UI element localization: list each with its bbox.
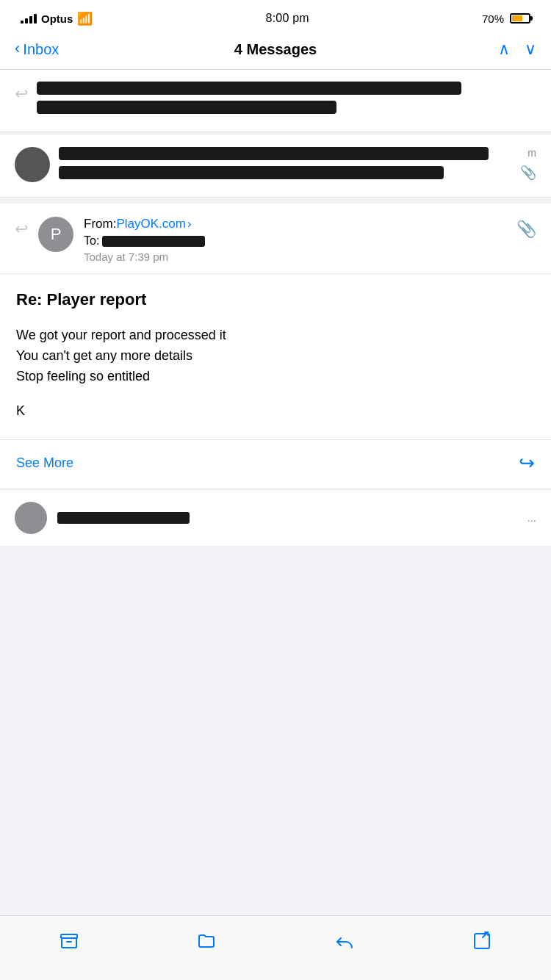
reply-toolbar-button[interactable]: [323, 931, 367, 951]
battery-icon: [510, 13, 530, 24]
sender-details-chevron[interactable]: ›: [187, 217, 192, 231]
bottom-avatar: [15, 502, 47, 534]
body-line-3: Stop feeling so entitled: [16, 367, 535, 387]
redacted-email-content: [37, 82, 536, 120]
to-label: To:: [84, 234, 99, 248]
bottom-toolbar: [0, 915, 551, 980]
folder-button[interactable]: [184, 931, 228, 951]
redacted-sender: [37, 82, 461, 95]
email-header-content: From: PlayOK.com › To: Today at 7:39 pm: [84, 217, 506, 263]
back-button[interactable]: ‹ Inbox: [15, 41, 88, 58]
email-time-redacted: m: [527, 147, 536, 159]
back-label: Inbox: [23, 41, 59, 58]
compose-button[interactable]: [460, 931, 504, 951]
redacted-subject: [37, 101, 336, 114]
attachment-icon: 📎: [516, 220, 536, 239]
folder-icon: [196, 931, 217, 951]
carrier-label: Optus: [41, 12, 73, 25]
status-left: Optus 📶: [21, 11, 93, 26]
bottom-time: ...: [527, 511, 536, 524]
body-line-2: You can't get any more details: [16, 346, 535, 367]
bottom-email-item[interactable]: ...: [0, 489, 551, 546]
reply-toolbar-icon: [334, 931, 355, 951]
redacted-subject: [59, 147, 489, 160]
from-sender[interactable]: PlayOK.com: [116, 217, 185, 231]
email-header: ↩ P From: PlayOK.com › To: Today at 7:39…: [0, 203, 551, 274]
email-list-item[interactable]: m 📎: [0, 135, 551, 198]
nav-title: 4 Messages: [234, 41, 317, 58]
email-list-item[interactable]: ↩: [0, 70, 551, 132]
reply-button[interactable]: ↩: [519, 452, 535, 475]
reply-arrow-icon: ↩: [15, 220, 28, 239]
body-line-1: We got your report and processed it: [16, 325, 535, 346]
redacted-body: [59, 166, 444, 179]
main-email-card: ↩ P From: PlayOK.com › To: Today at 7:39…: [0, 203, 551, 488]
email-signature: K: [16, 403, 535, 419]
reply-icon: ↩: [15, 84, 28, 104]
email-body: Re: Player report We got your report and…: [0, 274, 551, 433]
signal-icon: [21, 13, 37, 24]
navigation-bar: ‹ Inbox 4 Messages ∧ ∨: [0, 32, 551, 70]
email-subject: Re: Player report: [16, 290, 535, 309]
see-more-button[interactable]: See More: [16, 455, 73, 471]
email-from-row: From: PlayOK.com ›: [84, 217, 506, 231]
compose-icon: [472, 931, 492, 951]
email-to-row: To:: [84, 234, 506, 248]
archive-button[interactable]: [47, 931, 91, 951]
email-meta: m 📎: [520, 147, 536, 181]
redacted-email-content: [59, 147, 511, 185]
prev-message-button[interactable]: ∧: [498, 40, 510, 59]
recipient-redacted: [102, 236, 205, 247]
battery-percent: 70%: [482, 12, 504, 25]
back-chevron-icon: ‹: [15, 40, 20, 57]
sender-avatar: P: [38, 217, 73, 252]
status-time: 8:00 pm: [266, 12, 309, 25]
status-right: 70%: [482, 12, 530, 25]
avatar: [15, 147, 50, 182]
status-bar: Optus 📶 8:00 pm 70%: [0, 0, 551, 32]
email-timestamp: Today at 7:39 pm: [84, 251, 506, 263]
bottom-sender-redacted: [57, 512, 190, 524]
svg-rect-1: [475, 934, 489, 948]
email-footer: See More ↩: [0, 439, 551, 488]
email-body-text: We got your report and processed it You …: [16, 325, 535, 387]
messages-container: ↩ m 📎 ↩ P From: PlayOK.com: [0, 70, 551, 546]
from-label: From:: [84, 217, 116, 231]
wifi-icon: 📶: [77, 11, 93, 26]
nav-arrows: ∧ ∨: [463, 40, 536, 59]
attachment-icon: 📎: [520, 165, 536, 181]
archive-icon: [59, 931, 79, 951]
svg-rect-0: [61, 934, 77, 938]
next-message-button[interactable]: ∨: [525, 40, 536, 59]
